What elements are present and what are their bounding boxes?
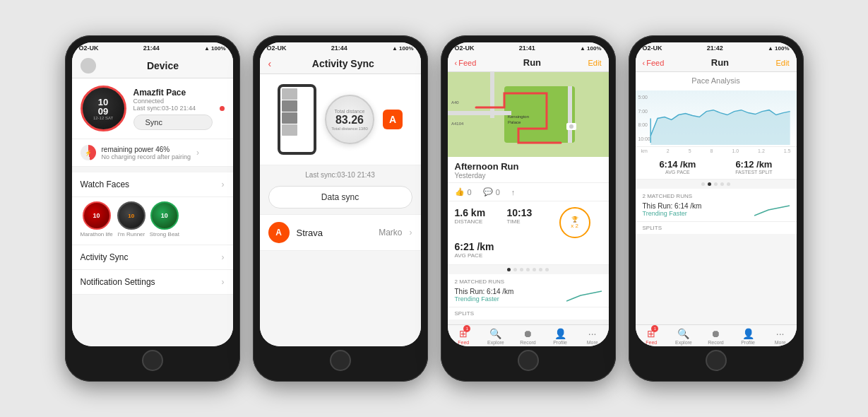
- tab4-profile[interactable]: 👤 Profile: [732, 328, 764, 345]
- back-feed-label-4: Feed: [646, 59, 664, 67]
- time-2: 21:44: [331, 45, 347, 52]
- matched-item-4: This Run: 6:14 /km Trending Faster: [643, 202, 790, 217]
- face-item-marathon[interactable]: 10 Marathon life: [81, 201, 113, 237]
- km-label-0: km: [641, 148, 648, 153]
- menu-item-notifications[interactable]: Notification Settings ›: [72, 270, 233, 295]
- phone-1-device: O2-UK 21:44 ▲ 100% Device 1009: [65, 35, 240, 382]
- chevron-strava: ›: [410, 228, 412, 237]
- watch-time-display: 1009: [98, 98, 108, 116]
- battery-3: 100%: [587, 45, 601, 52]
- sync-button[interactable]: Sync: [133, 114, 213, 130]
- watch-face: 1009 12-12 SAT: [81, 86, 126, 131]
- tab4-profile-label: Profile: [741, 340, 755, 345]
- tab4-record[interactable]: ⏺ Record: [700, 328, 732, 345]
- km-labels: km 2 5 8 1.0 1.2 1.5: [636, 147, 797, 155]
- trending-label: Trending Faster: [455, 295, 514, 303]
- tab-feed[interactable]: ⊞ 1 Feed: [448, 328, 480, 345]
- tab-profile-label: Profile: [553, 340, 567, 345]
- tab-bar-4: ⊞ 1 Feed 🔍 Explore ⏺ Record 👤 Profile: [636, 324, 797, 346]
- status-bar-1: O2-UK 21:44 ▲ 100%: [72, 42, 233, 54]
- menu-activity-sync-label: Activity Sync: [81, 252, 222, 262]
- phone2-screen: Total distance 83.26 Total distance:1380…: [260, 74, 421, 346]
- watch-name: Amazfit Pace: [133, 88, 213, 98]
- strava-icon: A: [268, 222, 290, 243]
- tab-explore[interactable]: 🔍 Explore: [480, 328, 512, 345]
- tab-profile[interactable]: 👤 Profile: [544, 328, 576, 345]
- like-reaction[interactable]: 👍 0: [455, 187, 472, 196]
- face-label-strongbeat: Strong Beat: [150, 231, 179, 237]
- watch-sync-date: Last sync:03-10 21:44: [133, 105, 213, 112]
- svg-text:Palace: Palace: [508, 120, 521, 124]
- status-bar-3: O2-UK 21:41 ▲ 100%: [448, 42, 609, 54]
- stat-pace-label: AVG PACE: [455, 252, 504, 259]
- signal-icon-2: ▲: [392, 45, 398, 52]
- battery-1: 100%: [211, 45, 225, 52]
- feed-badge-4: 1: [651, 325, 658, 332]
- face-label-runner: I'm Runner: [117, 231, 145, 237]
- dot4-2: [708, 182, 711, 186]
- battery-icon: ⚡: [81, 145, 96, 160]
- phone1-header: Device: [72, 54, 233, 78]
- signal-icon-1: ▲: [204, 45, 210, 52]
- edit-button[interactable]: Edit: [588, 59, 602, 67]
- watch-image: 1009 12-12 SAT: [81, 86, 126, 131]
- home-button-2[interactable]: [330, 350, 351, 371]
- tab-more[interactable]: ··· More: [576, 328, 609, 345]
- mini-img-row: [280, 87, 314, 137]
- run-stats: 1.6 km DISTANCE 10:13 TIME 🏆 x 2 6:21 /k…: [448, 201, 609, 265]
- menu-item-watch-faces[interactable]: Watch Faces ›: [72, 172, 233, 197]
- tab4-feed[interactable]: ⊞ 1 Feed: [636, 328, 668, 345]
- pace-chart: 5:00 7:00 8:00 10:00: [636, 90, 797, 147]
- tab4-more-label: More: [775, 340, 786, 345]
- tab4-feed-label: Feed: [646, 340, 657, 345]
- splits-section: SPLITS: [448, 307, 609, 319]
- home-button-4[interactable]: [706, 350, 727, 371]
- tab4-more[interactable]: ··· More: [764, 328, 797, 345]
- fastest-split-val: 6:12 /km: [735, 159, 772, 170]
- km-label-15: 1.5: [784, 148, 791, 153]
- face-item-runner[interactable]: 10 I'm Runner: [117, 201, 145, 237]
- fastest-split-label: FASTEST SPLIT: [735, 170, 772, 175]
- face-item-strongbeat[interactable]: 10 Strong Beat: [150, 201, 179, 237]
- carrier-4: O2-UK: [643, 45, 662, 52]
- stat-pace-val: 6:21 /km: [455, 241, 504, 252]
- battery-text: remaining power 46%: [102, 146, 191, 153]
- run-title-section: Afternoon Run Yesterday: [448, 157, 609, 183]
- like-count: 0: [468, 188, 472, 196]
- edit-button-4[interactable]: Edit: [776, 59, 790, 67]
- back-feed-button-4[interactable]: ‹ Feed: [643, 59, 665, 67]
- battery-section[interactable]: ⚡ remaining power 46% No charging record…: [72, 139, 233, 167]
- strava-user: Marko: [379, 228, 402, 237]
- dot-3: [520, 268, 523, 271]
- comment-reaction[interactable]: 💬 0: [483, 187, 500, 196]
- status-bar-4: O2-UK 21:42 ▲ 100%: [636, 42, 797, 54]
- fastest-split-stat: 6:12 /km FASTEST SPLIT: [735, 159, 772, 175]
- matched-label: 2 MATCHED RUNS: [455, 278, 602, 285]
- strava-row[interactable]: A Strava Marko ›: [260, 214, 421, 251]
- menu-watch-faces-label: Watch Faces: [81, 180, 222, 189]
- back-arrow-icon[interactable]: ‹: [268, 58, 272, 69]
- notification-dot: [220, 106, 225, 111]
- watch-mini-sub: Total distance:1380: [331, 127, 368, 131]
- run-date: Yesterday: [455, 172, 602, 180]
- stat-distance: 1.6 km DISTANCE: [455, 207, 504, 238]
- mini-img-3: [282, 112, 297, 124]
- back-feed-button[interactable]: ‹ Feed: [455, 59, 477, 67]
- page-title-3: Run: [476, 57, 588, 68]
- record-icon: ⏺: [523, 328, 533, 339]
- phones-container: O2-UK 21:44 ▲ 100% Device 1009: [51, 21, 818, 396]
- trending-label-4: Trending Faster: [643, 210, 702, 217]
- time-4: 21:42: [707, 45, 723, 52]
- data-sync-button[interactable]: Data sync: [268, 186, 412, 208]
- tab-feed-label: Feed: [458, 340, 469, 345]
- chevron-watch-faces: ›: [222, 180, 225, 189]
- stat-distance-label: DISTANCE: [455, 218, 504, 225]
- thumbs-up-icon: 👍: [455, 187, 465, 196]
- home-button-1[interactable]: [142, 350, 163, 371]
- tab4-explore[interactable]: 🔍 Explore: [667, 328, 700, 345]
- home-button-3[interactable]: [518, 350, 539, 371]
- menu-item-activity-sync[interactable]: Activity Sync ›: [72, 245, 233, 270]
- share-reaction[interactable]: ↑: [511, 187, 516, 196]
- map-area: A40 A4104 Kensington Palace: [448, 72, 609, 157]
- tab-record[interactable]: ⏺ Record: [512, 328, 545, 345]
